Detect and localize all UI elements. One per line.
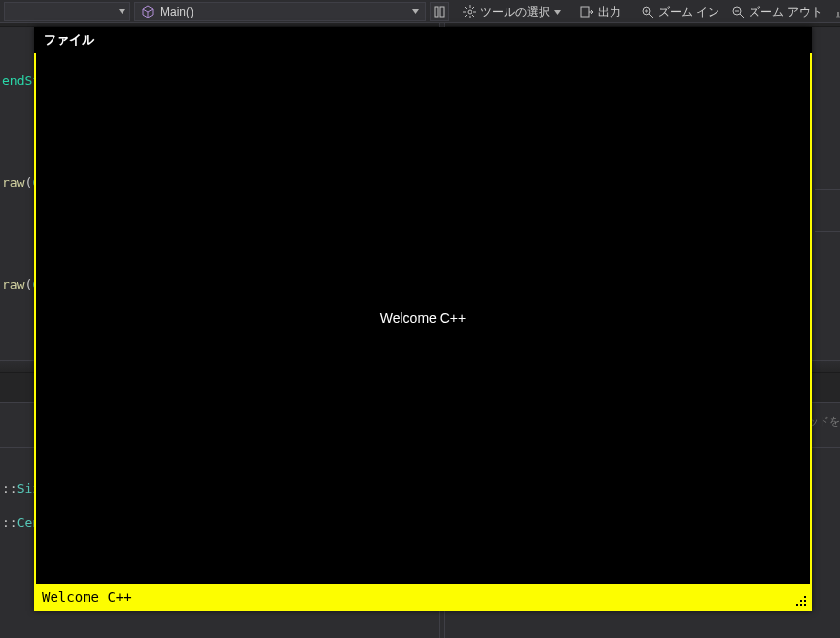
- svg-rect-25: [804, 596, 806, 598]
- svg-line-8: [472, 15, 474, 17]
- svg-line-17: [740, 14, 744, 18]
- output-label: 出力: [598, 4, 621, 20]
- cube-icon: [141, 5, 155, 18]
- app-titlebar[interactable]: ファイル: [34, 27, 812, 53]
- output-button[interactable]: 出力: [575, 0, 627, 23]
- svg-rect-24: [804, 600, 806, 602]
- zoom-out-icon: [731, 5, 745, 18]
- scope-selectors: Main(): [0, 0, 449, 22]
- view-reset-button[interactable]: ビューのリセ: [828, 0, 840, 23]
- scope-dropdown-main[interactable]: Main(): [134, 2, 426, 21]
- output-icon: [580, 5, 594, 18]
- gear-icon: [463, 5, 476, 18]
- status-text: Welcome C++: [42, 589, 132, 605]
- svg-rect-26: [800, 604, 802, 606]
- right-panel-divider: [815, 189, 840, 190]
- chart-icon: [834, 5, 840, 18]
- scope-dropdown-left[interactable]: [4, 2, 130, 21]
- svg-line-10: [465, 15, 467, 17]
- app-title: ファイル: [44, 31, 94, 49]
- resize-grip[interactable]: [794, 594, 808, 608]
- zoom-in-button[interactable]: ズーム イン: [635, 0, 725, 23]
- svg-rect-20: [837, 12, 839, 17]
- right-panel-divider: [815, 231, 840, 232]
- zoom-out-button[interactable]: ズーム アウト: [725, 0, 827, 23]
- svg-line-9: [472, 7, 474, 9]
- svg-rect-0: [435, 7, 438, 17]
- svg-point-2: [468, 10, 472, 14]
- svg-line-7: [465, 7, 467, 9]
- split-view-button[interactable]: [430, 2, 449, 21]
- chevron-down-icon: [119, 9, 125, 14]
- svg-rect-28: [796, 604, 798, 606]
- chevron-down-icon: [554, 10, 561, 15]
- zoom-in-icon: [641, 5, 654, 18]
- app-window: ファイル Welcome C++ Welcome C++: [34, 27, 812, 611]
- right-panel-text-fragment: ッドを: [808, 414, 840, 429]
- app-statusbar: Welcome C++: [34, 584, 812, 611]
- svg-rect-11: [581, 7, 589, 17]
- zoom-out-label: ズーム アウト: [749, 4, 822, 20]
- svg-rect-1: [440, 7, 444, 17]
- tool-select-label: ツールの選択: [480, 4, 550, 20]
- svg-rect-23: [804, 604, 806, 606]
- scope-label: Main(): [160, 5, 193, 18]
- welcome-text: Welcome C++: [380, 310, 466, 326]
- chevron-down-icon: [412, 9, 419, 14]
- zoom-in-label: ズーム イン: [658, 4, 719, 20]
- tool-select-button[interactable]: ツールの選択: [457, 0, 567, 23]
- ide-toolbar: Main() ツールの選択: [0, 0, 840, 23]
- svg-rect-27: [800, 600, 802, 602]
- svg-line-13: [649, 14, 653, 18]
- app-client-area: Welcome C++: [36, 53, 810, 584]
